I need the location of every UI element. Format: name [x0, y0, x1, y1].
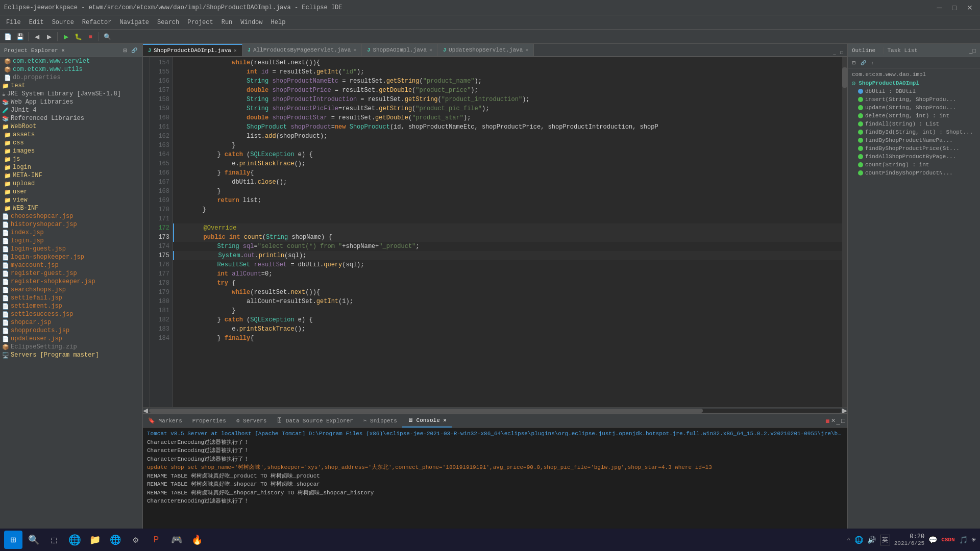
- console-stop-button[interactable]: ■: [825, 417, 829, 425]
- bottom-tab-datasource[interactable]: 🗄 Data Source Explorer: [272, 414, 358, 428]
- outline-collapse[interactable]: ⊟: [850, 59, 858, 67]
- editor-max-button[interactable]: □: [838, 49, 845, 56]
- tab-close-3[interactable]: ✕: [429, 47, 432, 53]
- tree-item[interactable]: 📁upload: [0, 180, 142, 188]
- tree-item[interactable]: 📦EclipseSetting.zip: [0, 343, 142, 351]
- toolbar-run[interactable]: ▶: [60, 31, 71, 42]
- volume-bar-icon[interactable]: 🎵: [959, 536, 968, 544]
- start-button[interactable]: ⊞: [4, 531, 22, 549]
- outline-member[interactable]: findByShopProductPrice(St...: [848, 144, 980, 153]
- menu-navigate[interactable]: Navigate: [115, 17, 153, 28]
- toolbar-new[interactable]: 📄: [2, 31, 13, 42]
- h-scrollbar-thumb[interactable]: [149, 409, 703, 413]
- chrome-icon[interactable]: 🌐: [106, 531, 125, 549]
- menu-refactor[interactable]: Refactor: [78, 17, 116, 28]
- tree-item[interactable]: 📁view: [0, 196, 142, 204]
- tree-item[interactable]: 📄settlesuccess.jsp: [0, 310, 142, 318]
- game-icon[interactable]: 🎮: [167, 531, 186, 549]
- outline-member[interactable]: countFindByShopProductN...: [848, 169, 980, 177]
- tab-UpdateShopServlet[interactable]: J UpdateShopServlet.java ✕: [438, 44, 534, 56]
- bottom-tab-snippets[interactable]: ✂ Snippets: [358, 414, 402, 428]
- menu-window[interactable]: Window: [236, 17, 266, 28]
- tree-item[interactable]: 📁user: [0, 188, 142, 196]
- tree-item[interactable]: 📄login-shopkeeper.jsp: [0, 253, 142, 261]
- folder-icon[interactable]: 📁: [86, 531, 104, 549]
- tab-close-1[interactable]: ✕: [234, 47, 237, 54]
- toolbar-save[interactable]: 💾: [14, 31, 26, 42]
- outline-member[interactable]: findById(String, int) : Shopt...: [848, 128, 980, 136]
- tree-item[interactable]: 📁assets: [0, 131, 142, 139]
- bottom-tab-markers[interactable]: 🔖 Markers: [143, 414, 187, 428]
- tree-item[interactable]: 📄register-guest.jsp: [0, 269, 142, 278]
- search-taskbar[interactable]: 🔍: [24, 531, 43, 549]
- menu-file[interactable]: File: [2, 17, 25, 28]
- tree-item[interactable]: 📄db.properties: [0, 73, 142, 82]
- tree-item[interactable]: 📄shopcar.jsp: [0, 318, 142, 327]
- bottom-tab-servers[interactable]: ⚙ Servers: [231, 414, 272, 428]
- tree-item[interactable]: 📁META-INF: [0, 171, 142, 180]
- minimize-button[interactable]: ─: [934, 4, 945, 12]
- bottom-tab-console[interactable]: 🖥 Console ✕: [402, 414, 452, 428]
- collapse-all-button[interactable]: ⊟: [121, 46, 129, 55]
- outline-class-name[interactable]: ◎ ShopProductDAOImpl: [848, 79, 980, 87]
- tree-item[interactable]: 📄index.jsp: [0, 229, 142, 237]
- powerpoint-icon[interactable]: P: [147, 531, 165, 549]
- editor-h-scrollbar[interactable]: ◀ ▶: [143, 407, 847, 413]
- tree-item[interactable]: 📁login: [0, 163, 142, 171]
- code-editor[interactable]: while(resultSet.next()){ int id = result…: [173, 57, 842, 407]
- toolbar-search[interactable]: 🔍: [102, 31, 113, 42]
- tree-item[interactable]: 📄myaccount.jsp: [0, 261, 142, 269]
- outline-max-button[interactable]: □: [972, 47, 976, 54]
- outline-member[interactable]: findAllShopProductByPage...: [848, 153, 980, 161]
- app5-icon[interactable]: 🔥: [188, 531, 206, 549]
- tree-item[interactable]: 📁js: [0, 155, 142, 163]
- tree-item[interactable]: 📄settlefail.jsp: [0, 294, 142, 302]
- tree-item[interactable]: ☕JRE System Library [JavaSE-1.8]: [0, 90, 142, 98]
- tree-item[interactable]: 📁WebRoot: [0, 122, 142, 131]
- tree-item[interactable]: 📄updateuser.jsp: [0, 335, 142, 343]
- close-button[interactable]: ✕: [964, 4, 976, 12]
- taskbar-keyboard[interactable]: 英: [880, 535, 890, 545]
- tree-item[interactable]: 📚Web App Libraries: [0, 98, 142, 106]
- tree-item[interactable]: 📚Referenced Libraries: [0, 114, 142, 122]
- menu-run[interactable]: Run: [217, 17, 237, 28]
- brightness-icon[interactable]: ☀: [972, 536, 976, 544]
- bottom-tab-properties[interactable]: Properties: [187, 414, 231, 428]
- tree-item[interactable]: 📁images: [0, 147, 142, 155]
- vertical-scrollbar-thumb[interactable]: [842, 67, 847, 88]
- outline-member[interactable]: delete(String, int) : int: [848, 112, 980, 120]
- tree-item[interactable]: 📁WEB-INF: [0, 204, 142, 212]
- taskbar-caret-icon[interactable]: ^: [847, 537, 850, 543]
- outline-member[interactable]: update(String, ShopProdu...: [848, 104, 980, 112]
- outline-member[interactable]: dbUtil : DBUtil: [848, 87, 980, 95]
- menu-source[interactable]: Source: [48, 17, 78, 28]
- toolbar-back[interactable]: ◀: [31, 31, 42, 42]
- task-view[interactable]: ⬚: [45, 531, 63, 549]
- menu-search[interactable]: Search: [153, 17, 183, 28]
- tree-item[interactable]: 📄register-shopkeeper.jsp: [0, 278, 142, 286]
- tab-close-2[interactable]: ✕: [353, 47, 356, 53]
- bottom-max-button[interactable]: □: [841, 417, 845, 424]
- tree-item[interactable]: 📄searchshops.jsp: [0, 286, 142, 294]
- tab-close-4[interactable]: ✕: [525, 47, 528, 53]
- tree-item[interactable]: 🖥️Servers [Program master]: [0, 351, 142, 359]
- taskbar-volume-icon[interactable]: 🔊: [867, 536, 876, 544]
- outline-link[interactable]: 🔗: [859, 59, 867, 67]
- tree-item[interactable]: 📦com.etcxm.www.utils: [0, 65, 142, 73]
- tree-item[interactable]: 📄settlement.jsp: [0, 302, 142, 310]
- task-list-title[interactable]: Task List: [887, 47, 917, 54]
- toolbar-forward[interactable]: ▶: [43, 31, 55, 42]
- tab-ShopProductDAOImpl[interactable]: J ShopProductDAOImpl.java ✕: [143, 44, 242, 56]
- tree-item[interactable]: 📄historyshopcar.jsp: [0, 220, 142, 229]
- tree-item[interactable]: 📁test: [0, 82, 142, 90]
- outline-sort[interactable]: ↕: [868, 59, 876, 67]
- toolbar-debug[interactable]: 🐛: [72, 31, 84, 42]
- console-clear-button[interactable]: ✕: [831, 417, 836, 424]
- tree-item[interactable]: 📄login-guest.jsp: [0, 245, 142, 253]
- tree-item[interactable]: 📁css: [0, 139, 142, 147]
- tree-item[interactable]: 📄shopproducts.jsp: [0, 327, 142, 335]
- tree-item[interactable]: 📦com.etcxm.www.servlet: [0, 57, 142, 65]
- tab-ShopDAOImpl[interactable]: J ShopDAOImpl.java ✕: [362, 44, 438, 56]
- outline-member[interactable]: findByShopProductNamePa...: [848, 136, 980, 144]
- outline-member[interactable]: count(String) : int: [848, 161, 980, 169]
